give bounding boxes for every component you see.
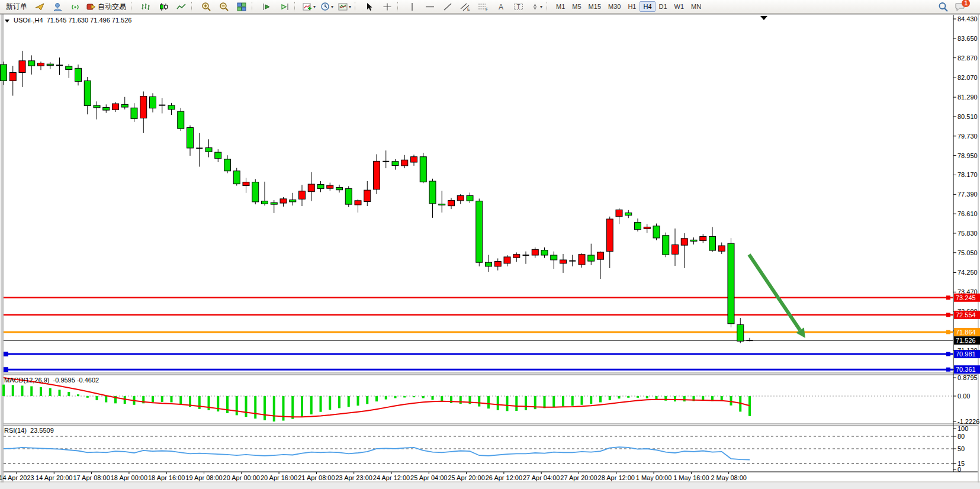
time-tick-label: 14 Apr 2023 [0,474,34,481]
periods-clock-button[interactable]: ▾ [318,0,336,13]
candlestick [718,246,725,251]
new-order-button[interactable]: 新订单 [2,0,31,13]
candlestick [299,191,306,199]
candlestick [224,159,231,171]
time-tick-label: 18 Apr 00:00 [111,474,147,481]
shapes-tool[interactable]: ▾ [528,0,545,13]
candlestick [392,162,399,166]
timeframe-button-w1[interactable]: W1 [671,1,688,12]
price-label-text: 70.361 [956,366,976,373]
price-label-text: 71.864 [956,329,976,336]
hline-handle[interactable] [946,352,950,356]
candlestick [308,184,314,192]
time-tick-label: 27 Apr 04:00 [523,474,560,481]
line-chart-icon[interactable] [172,0,190,13]
vertical-line-tool[interactable] [403,0,421,13]
candlestick [448,200,455,205]
candlestick [625,213,632,215]
price-tick-label: 82.070 [957,74,978,81]
fibonacci-tool[interactable]: F [474,0,492,13]
zoom-in-icon[interactable] [197,0,215,13]
candlestick [644,227,650,229]
rsi-tick-label: 50 [957,445,965,452]
ohlc-values: 71.545 71.630 71.496 71.526 [47,17,132,24]
time-tick-label: 1 May 00:00 [636,474,672,481]
signals-icon[interactable] [66,0,84,13]
auto-scroll-icon[interactable] [258,0,275,13]
candlestick [75,68,82,81]
hline-handle[interactable] [4,367,8,372]
bar-chart-icon[interactable] [137,0,155,13]
price-label-text: 71.526 [956,337,976,344]
time-tick-label: 14 Apr 20:00 [36,474,72,481]
price-tick-label: 78.950 [957,152,978,159]
macd-values: -0.9595 -0.4602 [53,377,99,384]
search-icon[interactable] [934,0,952,13]
price-tick-label: 74.250 [957,269,978,276]
rsi-indicator-label: RSI(14) 23.5509 [4,427,54,434]
timeframe-button-m30[interactable]: M30 [605,1,624,12]
text-label-tool[interactable]: T [510,0,528,13]
hline-handle[interactable] [946,330,950,334]
candlestick [84,81,91,105]
candlestick [364,190,371,201]
trendline-tool[interactable] [439,0,457,13]
time-tick-label: 18 Apr 16:00 [148,474,185,481]
rsi-value: 23.5509 [30,427,54,434]
price-tick-label: 77.390 [957,191,978,198]
autotrading-button[interactable]: 自动交易 [84,0,130,13]
templates-button[interactable]: ▾ [336,0,354,13]
candlestick-icon[interactable] [155,0,172,13]
text-tool[interactable]: A [492,0,510,13]
hline-handle[interactable] [946,295,950,300]
candlestick [532,249,538,255]
equidistant-channel-tool[interactable]: E [457,0,474,13]
crosshair-tool[interactable] [378,0,396,13]
toolbar-separator [397,2,402,11]
chevron-down-icon: ▾ [313,4,316,9]
timeframe-button-h4[interactable]: H4 [640,1,655,12]
chart-canvas[interactable]: 84.43083.65082.87082.07081.29080.51079.7… [0,0,980,489]
candlestick [262,201,268,204]
hline-handle[interactable] [4,352,8,356]
hline-handle[interactable] [946,313,950,317]
cursor-tool[interactable] [361,0,378,13]
candlestick [476,201,483,263]
candlestick [513,255,520,258]
timeframe-button-h1[interactable]: H1 [624,1,640,12]
time-tick-label: 2 May 08:00 [711,474,747,481]
timeframe-button-m15[interactable]: M15 [585,1,605,12]
tile-windows-icon[interactable] [233,0,250,13]
timeframe-button-d1[interactable]: D1 [656,1,671,12]
timeframe-button-m5[interactable]: M5 [568,1,584,12]
candlestick [47,64,53,66]
candlestick [551,255,557,260]
gold-plane-icon[interactable] [31,0,49,13]
title-collapse-icon[interactable] [5,20,9,22]
toolbar-separator [355,2,359,11]
horizontal-line-tool[interactable] [421,0,439,13]
community-icon[interactable] [49,0,66,13]
time-tick-label: 25 Apr 20:00 [448,474,484,481]
candlestick [700,236,706,240]
price-tick-label: 84.430 [957,15,978,22]
price-label-text: 72.554 [956,311,976,319]
candlestick [271,202,277,204]
candlestick [504,257,510,263]
candlestick [19,61,25,73]
timeframe-button-mn[interactable]: MN [687,1,705,12]
hline-handle[interactable] [946,368,950,372]
indicators-button[interactable]: ▾ [300,0,318,13]
macd-tick-label: -1.2226 [957,418,979,425]
chevron-down-icon: ▾ [331,4,333,9]
zoom-out-icon[interactable] [215,0,233,13]
chart-shift-icon[interactable] [275,0,293,13]
chat-icon[interactable]: 1 [952,0,976,13]
symbol-period-label: USOil-,H4 [14,17,43,24]
timeframe-button-m1[interactable]: M1 [552,1,568,12]
toolbar-separator [252,2,256,11]
candlestick [663,236,669,255]
candlestick [709,236,716,250]
time-tick-label: 1 May 16:00 [673,474,709,481]
candlestick [121,104,128,107]
